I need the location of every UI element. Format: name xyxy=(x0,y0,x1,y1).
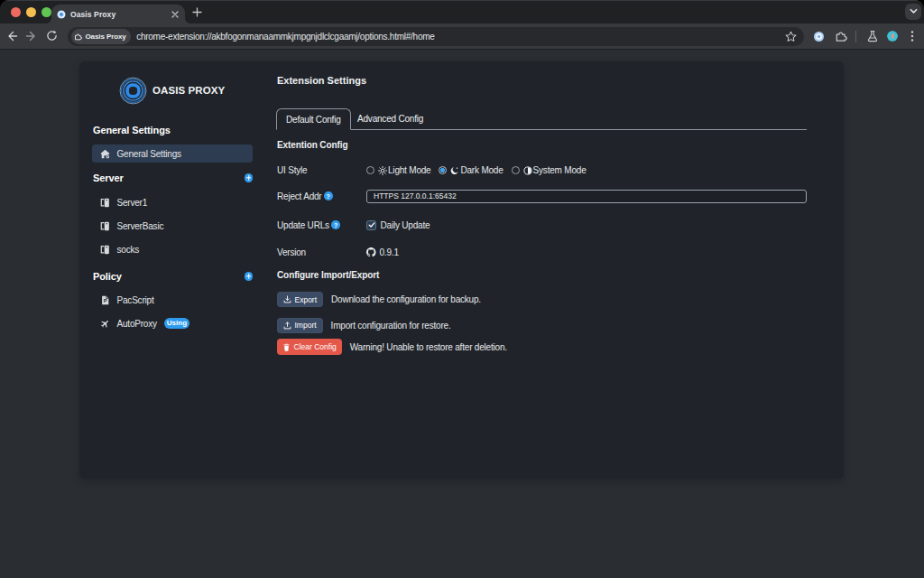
sidebar-item-autoproxy[interactable]: AutoProxy Using xyxy=(92,314,253,332)
home-gear-icon xyxy=(100,149,110,159)
window-close-button[interactable] xyxy=(11,7,21,17)
section-header-import-export: Configure Import/Export xyxy=(277,270,379,280)
pac-file-icon: P xyxy=(100,295,110,305)
settings-card: OASIS PROXY General Settings General Set… xyxy=(79,61,844,479)
github-icon[interactable] xyxy=(366,247,376,257)
update-urls-label: Update URLs ? xyxy=(277,220,366,230)
sidebar: OASIS PROXY General Settings General Set… xyxy=(79,61,276,479)
radio-circle-checked[interactable] xyxy=(439,166,447,174)
extension-options-page: OASIS PROXY General Settings General Set… xyxy=(0,51,924,578)
server-icon xyxy=(100,245,110,255)
add-policy-button[interactable] xyxy=(245,272,254,281)
new-tab-button[interactable] xyxy=(190,5,203,18)
bookmark-star-icon[interactable] xyxy=(785,31,797,42)
config-tabs: Default Config Advanced Config xyxy=(276,109,807,130)
contrast-icon xyxy=(523,166,532,175)
tab-close-icon[interactable] xyxy=(169,8,181,21)
radio-label: System Mode xyxy=(533,165,587,175)
address-bar[interactable]: Oasis Proxy chrome-extension://akbfogonm… xyxy=(68,27,804,47)
sidebar-item-label: ServerBasic xyxy=(117,221,164,231)
tab-strip: Oasis Proxy xyxy=(0,0,924,23)
clear-caption: Warning! Unable to restore after deletio… xyxy=(350,342,507,352)
daily-update-label: Daily Update xyxy=(381,220,430,230)
labs-flask-icon[interactable] xyxy=(866,30,879,42)
server-icon xyxy=(100,198,110,208)
using-badge: Using xyxy=(164,318,189,330)
browser-toolbar: Oasis Proxy chrome-extension://akbfogonm… xyxy=(0,23,924,50)
radio-system-mode[interactable]: System Mode xyxy=(512,165,587,175)
section-header-extension-config: Extention Config xyxy=(277,140,347,150)
tab-title: Oasis Proxy xyxy=(70,10,169,19)
import-button[interactable]: Import xyxy=(277,318,323,333)
browser-window: Oasis Proxy Oasis Proxy xyxy=(0,0,924,578)
server-icon xyxy=(100,221,110,231)
forward-button[interactable] xyxy=(25,30,38,42)
extension-chip-label: Oasis Proxy xyxy=(86,33,126,41)
sidebar-item-label: General Settings xyxy=(117,149,181,159)
export-caption: Download the configuration for backup. xyxy=(331,294,481,304)
extensions-menu-icon[interactable] xyxy=(835,30,847,42)
sun-icon xyxy=(378,166,387,175)
tab-default-config[interactable]: Default Config xyxy=(276,108,351,130)
sidebar-item-label: AutoProxy xyxy=(117,319,157,329)
tab-favicon-icon xyxy=(57,10,66,19)
sidebar-item-label: Server1 xyxy=(117,198,148,208)
reject-addr-input[interactable] xyxy=(366,190,807,203)
export-button[interactable]: Export xyxy=(277,292,323,307)
page-title: Extension Settings xyxy=(277,75,366,86)
clear-config-button[interactable]: Clear Config xyxy=(277,339,342,355)
svg-text:P: P xyxy=(104,298,107,303)
trash-icon xyxy=(282,343,291,351)
version-value: 0.9.1 xyxy=(380,247,399,257)
reload-button[interactable] xyxy=(46,30,58,42)
sidebar-item-general-settings[interactable]: General Settings xyxy=(92,144,253,163)
reject-addr-help-icon[interactable]: ? xyxy=(324,191,333,200)
daily-update-checkbox[interactable] xyxy=(366,220,376,230)
upload-icon xyxy=(283,322,291,330)
moon-icon xyxy=(450,166,459,175)
sidebar-item-socks[interactable]: socks xyxy=(92,240,253,258)
radio-circle[interactable] xyxy=(512,166,520,174)
main-content: Extension Settings Default Config Advanc… xyxy=(276,61,807,479)
logo-text: OASIS PROXY xyxy=(152,85,225,96)
sidebar-item-server1[interactable]: Server1 xyxy=(92,193,253,211)
browser-menu-kebab-icon[interactable] xyxy=(909,30,916,42)
reject-addr-label: Reject Addr ? xyxy=(277,191,366,201)
oasis-logo-icon xyxy=(119,77,147,105)
radio-light-mode[interactable]: Light Mode xyxy=(366,165,430,175)
sidebar-item-label: PacScript xyxy=(117,295,154,305)
sidebar-item-serverbasic[interactable]: ServerBasic xyxy=(92,217,253,235)
back-button[interactable] xyxy=(5,30,18,42)
sidebar-header-policy: Policy xyxy=(93,269,253,284)
radio-dark-mode[interactable]: Dark Mode xyxy=(439,165,503,175)
radio-label: Dark Mode xyxy=(460,165,503,175)
update-urls-help-icon[interactable]: ? xyxy=(331,220,340,229)
extension-chip-icon xyxy=(74,33,82,41)
radio-circle[interactable] xyxy=(366,166,374,174)
tab-advanced-config[interactable]: Advanced Config xyxy=(348,108,432,130)
download-icon xyxy=(283,295,291,303)
toolbar-divider xyxy=(855,31,856,42)
url-text[interactable]: chrome-extension://akbfogonmanaammkjmpgn… xyxy=(136,32,785,42)
extension-name-chip[interactable]: Oasis Proxy xyxy=(71,29,131,44)
sidebar-header-general-settings: General Settings xyxy=(93,123,253,137)
sidebar-header-server: Server xyxy=(93,171,253,185)
window-zoom-button[interactable] xyxy=(42,7,51,17)
window-controls-chevron-icon[interactable] xyxy=(905,4,921,20)
add-server-button[interactable] xyxy=(245,173,254,182)
sidebar-item-pacscript[interactable]: P PacScript xyxy=(92,291,253,309)
auto-proxy-plane-icon xyxy=(100,319,110,329)
sidebar-item-label: socks xyxy=(117,245,140,255)
ui-style-label: UI Style xyxy=(277,165,366,175)
profile-avatar[interactable] xyxy=(887,31,898,42)
version-label: Version xyxy=(277,247,366,257)
ui-style-radio-group: Light Mode Dark Mode xyxy=(366,165,595,175)
browser-tab[interactable]: Oasis Proxy xyxy=(51,5,185,23)
import-caption: Import configuration for restore. xyxy=(331,321,451,331)
radio-label: Light Mode xyxy=(388,165,430,175)
window-minimize-button[interactable] xyxy=(26,7,36,17)
oasis-extension-pinned-icon[interactable] xyxy=(814,32,824,42)
logo: OASIS PROXY xyxy=(119,76,225,105)
